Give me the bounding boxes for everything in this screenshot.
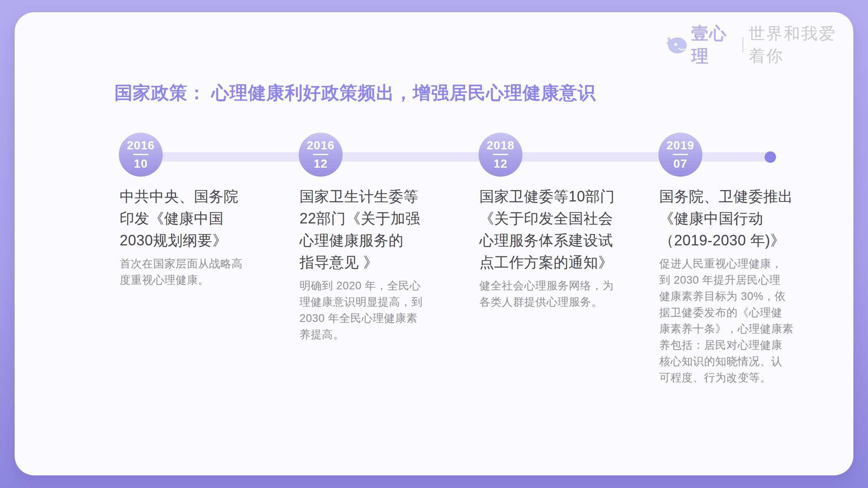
timeline-item-2018-12: 2018 12 国家卫健委等10部门 《关于印发全国社会 心理服务体系建设试 点…	[479, 133, 646, 310]
node-year: 2016	[127, 140, 155, 151]
timeline-node-date: 2018 12	[479, 133, 523, 177]
policy-description: 首次在国家层面从战略高 度重视心理健康。	[120, 256, 286, 288]
whale-icon	[665, 34, 687, 56]
node-month: 12	[314, 158, 328, 170]
timeline-node-date: 2016 12	[299, 133, 343, 177]
node-year: 2019	[667, 140, 695, 151]
node-year: 2016	[307, 140, 335, 151]
brand-name: 壹心理	[691, 22, 737, 68]
node-month: 07	[673, 158, 687, 170]
date-divider-line	[673, 154, 688, 155]
logo-divider	[742, 37, 743, 53]
page: { "logo": { "brand_name": "壹心理", "slogan…	[0, 0, 868, 488]
policy-heading: 国家卫生计生委等 22部门《关于加强 心理健康服务的 指导意见 》	[300, 186, 466, 274]
timeline-node-date: 2019 07	[658, 133, 702, 177]
page-title: 国家政策： 心理健康利好政策频出，增强居民心理健康意识	[114, 82, 596, 103]
policy-heading: 中共中央、国务院 印发《健康中国 2030规划纲要》	[120, 186, 286, 252]
policy-description: 促进人民重视心理健康， 到 2030 年提升居民心理 健康素养目标为 30%，依…	[659, 256, 826, 386]
date-divider-line	[313, 154, 328, 155]
policy-heading: 国务院、卫健委推出 《健康中国行动 （2019-2030 年)》	[659, 186, 826, 252]
timeline-item-2019-07: 2019 07 国务院、卫健委推出 《健康中国行动 （2019-2030 年)》…	[658, 133, 826, 386]
timeline-item-2016-10: 2016 10 中共中央、国务院 印发《健康中国 2030规划纲要》 首次在国家…	[119, 133, 286, 288]
brand-logo: 壹心理 世界和我爱着你	[665, 33, 853, 56]
slide-card: 壹心理 世界和我爱着你 国家政策： 心理健康利好政策频出，增强居民心理健康意识 …	[15, 12, 853, 475]
node-year: 2018	[487, 140, 515, 151]
date-divider-line	[493, 154, 508, 155]
policy-description: 健全社会心理服务网络，为 各类人群提供心理服务。	[479, 278, 646, 310]
brand-slogan: 世界和我爱着你	[749, 22, 853, 67]
timeline-item-2016-12: 2016 12 国家卫生计生委等 22部门《关于加强 心理健康服务的 指导意见 …	[299, 133, 466, 343]
date-divider-line	[133, 154, 149, 155]
timeline-node-date: 2016 10	[119, 133, 163, 177]
node-month: 12	[494, 158, 507, 170]
policy-heading: 国家卫健委等10部门 《关于印发全国社会 心理服务体系建设试 点工作方案的通知》	[479, 186, 646, 274]
node-month: 10	[134, 158, 148, 170]
policy-description: 明确到 2020 年，全民心 理健康意识明显提高，到 2030 年全民心理健康素…	[300, 278, 466, 343]
